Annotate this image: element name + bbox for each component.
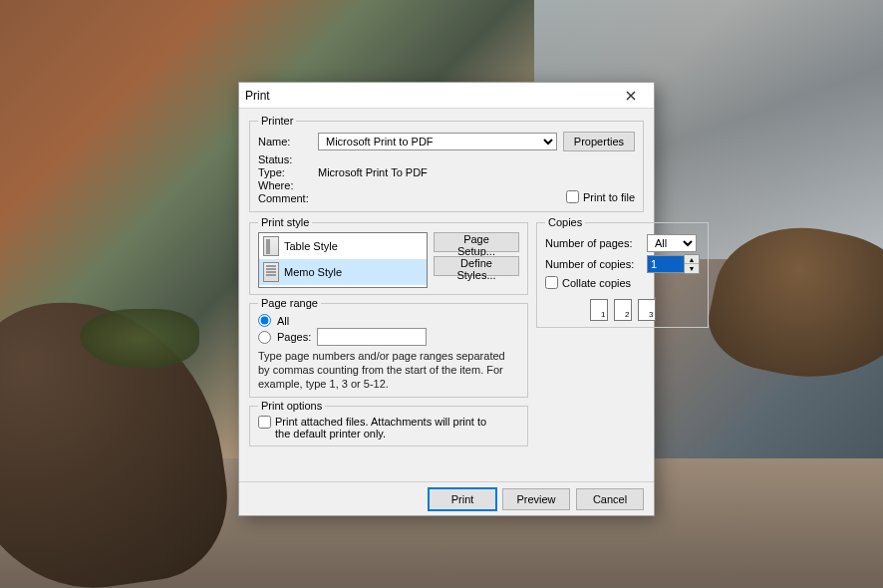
copies-group: Copies Number of pages: All Number of co… [536,216,709,328]
style-item-memo[interactable]: Memo Style [259,259,427,285]
style-listbox[interactable]: Table Style Memo Style [258,232,428,288]
define-styles-button[interactable]: Define Styles... [434,256,519,276]
print-to-file-input[interactable] [566,190,579,203]
print-button[interactable]: Print [429,488,496,510]
type-value: Microsoft Print To PDF [318,166,428,178]
page-range-hint: Type page numbers and/or page ranges sep… [258,350,519,391]
range-all-label: All [277,315,289,327]
properties-button[interactable]: Properties [563,132,635,151]
preview-button[interactable]: Preview [502,488,570,510]
style-item-table[interactable]: Table Style [259,233,427,259]
collate-page-icon: 2 [614,299,632,321]
num-copies-spinner[interactable]: ▲▼ [647,254,700,274]
print-to-file-label: Print to file [583,191,635,203]
printer-name-select[interactable]: Microsoft Print to PDF [318,133,557,150]
close-button[interactable] [614,86,648,106]
page-range-group: Page range All Pages: Type page numbers … [249,297,528,398]
range-all-input[interactable] [258,314,271,327]
collate-checkbox[interactable]: Collate copies [545,276,700,289]
printer-legend: Printer [258,115,296,127]
spinner-down-button[interactable]: ▼ [685,264,699,273]
print-attached-label: Print attached files. Attachments will p… [275,416,504,440]
print-options-group: Print options Print attached files. Atta… [249,400,528,446]
num-pages-select[interactable]: All [647,234,697,252]
collate-page-icon: 3 [638,299,656,321]
status-label: Status: [258,153,312,165]
num-copies-input[interactable] [647,255,685,273]
range-pages-radio[interactable]: Pages: [258,328,519,346]
print-attached-input[interactable] [258,416,271,429]
spinner-up-button[interactable]: ▲ [685,255,699,264]
num-copies-label: Number of copies: [545,258,641,270]
num-pages-label: Number of pages: [545,237,641,249]
print-attached-checkbox[interactable]: Print attached files. Attachments will p… [258,416,519,440]
name-label: Name: [258,136,312,147]
print-style-group: Print style Table Style Memo Style [249,216,528,295]
collate-label: Collate copies [562,277,631,289]
collate-input[interactable] [545,276,558,289]
cancel-button[interactable]: Cancel [576,488,644,510]
style-item-label: Memo Style [284,266,342,278]
close-icon [626,91,636,101]
pages-input[interactable] [317,328,427,346]
print-options-legend: Print options [258,400,325,412]
where-label: Where: [258,179,312,191]
range-all-radio[interactable]: All [258,314,519,327]
range-pages-input[interactable] [258,331,271,344]
table-style-icon [263,236,279,256]
memo-style-icon [263,262,279,282]
comment-label: Comment: [258,192,312,204]
type-label: Type: [258,166,312,178]
collate-page-icon: 1 [590,299,608,321]
print-to-file-checkbox[interactable]: Print to file [566,190,635,203]
range-pages-label: Pages: [277,331,311,343]
style-item-label: Table Style [284,240,338,252]
print-style-legend: Print style [258,216,312,228]
titlebar[interactable]: Print [239,83,654,109]
dialog-title: Print [245,89,614,103]
collate-illustration: 1 2 3 [545,299,700,321]
printer-group: Printer Name: Microsoft Print to PDF Pro… [249,115,644,212]
page-range-legend: Page range [258,297,321,309]
print-dialog: Print Printer Name: Microsoft Print to P… [238,82,655,516]
page-setup-button[interactable]: Page Setup... [434,232,519,252]
dialog-footer: Print Preview Cancel [239,481,654,515]
copies-legend: Copies [545,216,585,228]
